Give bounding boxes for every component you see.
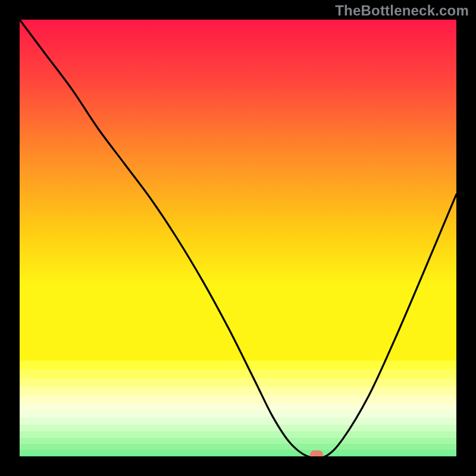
svg-rect-13 bbox=[20, 450, 456, 456]
svg-rect-0 bbox=[20, 20, 456, 361]
svg-rect-7 bbox=[20, 411, 456, 418]
svg-rect-3 bbox=[20, 378, 456, 387]
svg-rect-6 bbox=[20, 403, 456, 411]
svg-rect-8 bbox=[20, 418, 456, 425]
svg-rect-14 bbox=[20, 455, 456, 456]
svg-rect-1 bbox=[20, 361, 456, 370]
plot-svg bbox=[20, 20, 456, 456]
svg-rect-12 bbox=[20, 444, 456, 450]
optimal-point-marker bbox=[310, 450, 323, 456]
chart-frame: TheBottleneck.com bbox=[0, 0, 476, 476]
svg-rect-2 bbox=[20, 369, 456, 379]
watermark-text: TheBottleneck.com bbox=[335, 2, 469, 19]
svg-rect-5 bbox=[20, 395, 456, 403]
plot-area bbox=[20, 20, 456, 456]
color-bands bbox=[20, 361, 456, 456]
svg-rect-11 bbox=[20, 438, 456, 444]
svg-rect-9 bbox=[20, 425, 456, 432]
svg-rect-4 bbox=[20, 387, 456, 396]
svg-rect-10 bbox=[20, 431, 456, 439]
